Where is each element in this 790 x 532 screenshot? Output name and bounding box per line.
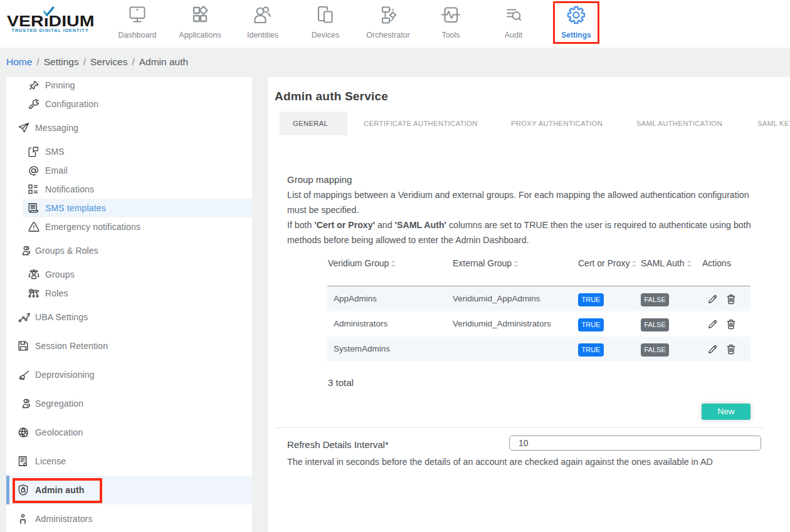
- svg-text:TRUSTED DIGITAL IDENTITY: TRUSTED DIGITAL IDENTITY: [12, 28, 89, 33]
- svg-text:VERıDIUM: VERıDIUM: [7, 13, 95, 29]
